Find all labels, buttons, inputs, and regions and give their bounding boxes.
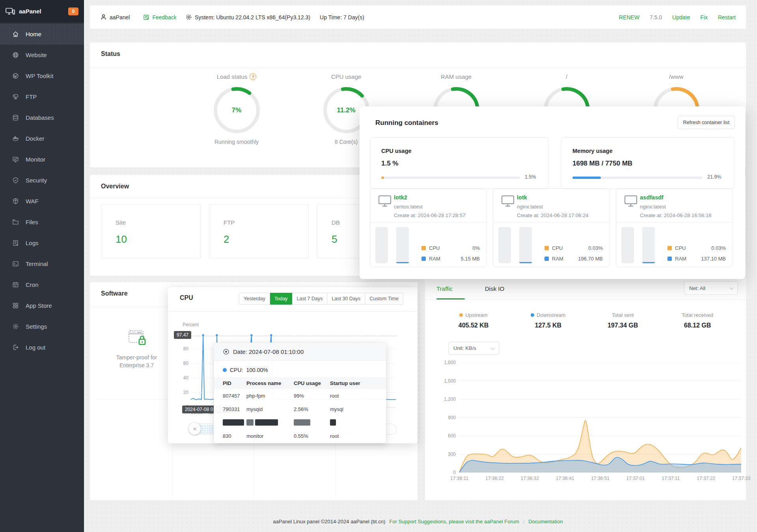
traffic-x-tick: 17:37:11	[657, 476, 684, 481]
cpu-chart-popup: CPU YesterdayTodayLast 7 DaysLast 30 Day…	[168, 287, 418, 443]
help-icon[interactable]: ?	[250, 73, 256, 80]
gauge-label: Load status?	[189, 73, 284, 80]
containers-cpu-percent: 1.5%	[525, 174, 536, 180]
sidebar-item-website[interactable]: Website	[0, 45, 84, 65]
sidebar-item-files[interactable]: Files	[0, 212, 84, 233]
container-card-asdfasdf[interactable]: asdfasdfnginx:latestCreate at: 2024-06-2…	[616, 188, 733, 267]
process-col-3: Startup user	[330, 377, 386, 389]
cpu-max-badge: 97.47	[174, 331, 191, 339]
process-col-2: CPU usage	[294, 377, 330, 389]
container-ram-legend: RAM137.10 MB	[668, 256, 726, 262]
status-title: Status	[101, 50, 120, 58]
sidebar-item-label: Databases	[26, 114, 54, 121]
gauge-label-text: CPU usage	[331, 73, 362, 80]
sidebar-item-docker[interactable]: Docker	[0, 128, 84, 149]
restart-link[interactable]: Restart	[718, 14, 736, 20]
cpu-y-axis-label: Percent	[183, 322, 199, 327]
sidebar-item-label: FTP	[26, 93, 37, 100]
software-item-tamper-proof[interactable]: Tamper-proof for Enterprise 3.7	[101, 313, 172, 399]
container-ram-bar	[642, 227, 655, 263]
app-name: aaPanel	[19, 8, 68, 15]
sidebar-item-label: WAF	[26, 198, 39, 205]
process-col-1: Process name	[246, 377, 294, 389]
tab-disk-io[interactable]: Disk IO	[485, 277, 504, 300]
tab-traffic[interactable]: Traffic	[436, 277, 453, 300]
home-icon	[12, 31, 19, 38]
traffic-stat-upstream: Upstream405.52 KB	[437, 312, 510, 329]
grid-icon	[12, 302, 19, 309]
net-select[interactable]: Net: All	[684, 281, 738, 295]
ram-legend-swatch	[544, 257, 549, 261]
refresh-container-list-button[interactable]: Refresh container list	[678, 116, 735, 129]
message-count-badge[interactable]: 0	[68, 7, 78, 15]
sidebar-item-ftp[interactable]: FTP	[0, 86, 84, 107]
fix-link[interactable]: Fix	[700, 14, 708, 20]
traffic-stat-label: Downstream	[511, 312, 585, 318]
range-button-last-30-days[interactable]: Last 30 Days	[327, 293, 365, 305]
footer-forum-link[interactable]: For Support Suggestions, please visit th…	[389, 519, 519, 525]
sidebar-item-label: Settings	[26, 323, 47, 330]
cpu-y-tick: 60	[175, 361, 188, 366]
sidebar-item-databases[interactable]: Databases	[0, 107, 84, 128]
container-monitor-icon	[624, 195, 638, 208]
folder-icon	[12, 219, 19, 226]
sidebar-item-home[interactable]: Home	[0, 24, 84, 45]
overview-card-value: 10	[116, 233, 127, 246]
gear-icon	[12, 323, 19, 330]
sidebar-item-label: Log out	[26, 344, 45, 351]
feedback-link[interactable]: Feedback	[143, 14, 176, 20]
container-card-lotk2[interactable]: lotk2centos:latestCreate at: 2024-06-28 …	[370, 188, 487, 267]
sidebar-item-label: WP Toolkit	[26, 73, 53, 79]
sidebar-item-settings[interactable]: Settings	[0, 316, 84, 337]
overview-card-value: 2	[224, 233, 229, 246]
sidebar-item-wp-toolkit[interactable]: WP Toolkit	[0, 65, 84, 86]
overview-card-site[interactable]: Site10	[101, 205, 201, 259]
overview-card-value: 5	[332, 233, 337, 246]
sidebar-item-terminal[interactable]: Terminal	[0, 253, 84, 274]
container-image: centos:latest	[394, 204, 423, 210]
unit-select[interactable]: Unit: KB/s	[448, 342, 499, 355]
sidebar-item-monitor[interactable]: Monitor	[0, 149, 84, 170]
range-button-today[interactable]: Today	[270, 293, 292, 305]
range-button-custom-time[interactable]: Custom Time	[365, 293, 403, 305]
topbar-user[interactable]: aaPanel	[100, 14, 130, 20]
container-card-lotk[interactable]: lotknginx:latestCreate at: 2024-06-28 17…	[493, 188, 610, 267]
containers-memory-bar	[572, 177, 703, 179]
traffic-x-tick: 17:36:51	[587, 476, 614, 481]
sidebar-item-label: Docker	[26, 135, 45, 142]
container-image: nginx:latest	[640, 204, 666, 210]
user-icon	[100, 14, 107, 20]
traffic-x-tick: 17:37:33	[727, 476, 755, 481]
containers-memory-card: Memory usage 1698 MB / 7750 MB 21.9%	[561, 137, 735, 189]
container-image: nginx:latest	[517, 204, 543, 210]
sidebar-item-label: Files	[26, 219, 38, 225]
update-link[interactable]: Update	[672, 14, 690, 20]
gauge-label: RAM usage	[409, 73, 503, 80]
traffic-stat-total-received: Total received68.12 GB	[661, 312, 734, 329]
traffic-y-tick: 1,500	[432, 378, 456, 384]
footer-docs-link[interactable]: Documentation	[528, 519, 563, 525]
sidebar-item-security[interactable]: Security	[0, 170, 84, 191]
gauge-label-text: RAM usage	[441, 73, 472, 80]
container-cpu-bar	[498, 227, 511, 263]
traffic-y-tick: 1,200	[432, 396, 456, 402]
sidebar-item-log-out[interactable]: Log out	[0, 337, 84, 358]
aapanel-logo-icon	[6, 7, 15, 15]
process-table: PIDProcess nameCPU usageStartup user 807…	[214, 377, 386, 443]
renew-link[interactable]: RENEW	[619, 14, 640, 20]
range-button-last-7-days[interactable]: Last 7 Days	[292, 293, 327, 305]
slider-left-handle-icon[interactable]: ≡	[189, 423, 201, 435]
logs-icon	[12, 240, 19, 247]
sidebar-item-app-store[interactable]: App Store	[0, 295, 84, 316]
sidebar-item-logs[interactable]: Logs	[0, 233, 84, 253]
sidebar-item-cron[interactable]: Cron	[0, 274, 84, 295]
overview-card-ftp[interactable]: FTP2	[209, 205, 309, 259]
containers-cpu-value: 1.5 %	[381, 160, 398, 167]
container-cpu-legend: CPU0%	[421, 245, 480, 251]
cpu-legend-swatch	[544, 246, 549, 250]
gauge-label-text: Load status	[217, 73, 248, 80]
container-cpu-bar	[621, 227, 634, 263]
sidebar-item-waf[interactable]: WAF	[0, 191, 84, 212]
range-button-yesterday[interactable]: Yesterday	[239, 293, 270, 305]
cpu-legend-swatch	[421, 246, 426, 250]
